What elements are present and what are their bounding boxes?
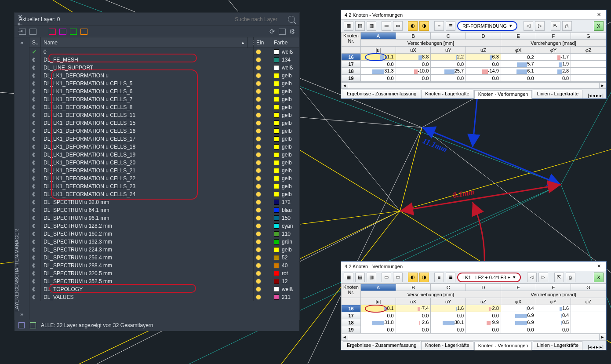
tb-excel-icon[interactable]: X xyxy=(594,21,604,31)
filter-icon-1[interactable] xyxy=(18,322,25,329)
layer-row[interactable]: DL_LK1_DEFORMATION u CELLS_20gelb xyxy=(29,159,299,167)
layer-state-3-icon[interactable] xyxy=(70,29,77,35)
visibility-bulb-icon[interactable] xyxy=(256,153,261,157)
results2-titlebar[interactable]: 4.2 Knoten - Verformungen ✕ xyxy=(341,262,606,271)
visibility-bulb-icon[interactable] xyxy=(256,287,261,291)
tab-linien[interactable]: Linien - Lagerkräfte xyxy=(533,90,582,98)
layer-search-input[interactable] xyxy=(218,16,288,22)
layer-row[interactable]: DL_LK1_DEFORMATION u CELLS_11gelb xyxy=(29,111,299,119)
results1-grid[interactable]: KnotenNr. A B C D E F G Verschiebungen [… xyxy=(341,32,606,82)
tb-btn-8[interactable]: ⇱ xyxy=(551,21,560,31)
results2-hscroll[interactable]: ◂▸ xyxy=(341,333,606,340)
tb-prev-icon[interactable]: ◁ xyxy=(524,21,533,31)
tb-btn-3[interactable]: ▥ xyxy=(367,273,376,282)
open-icon[interactable] xyxy=(29,29,36,35)
search-icon[interactable] xyxy=(288,16,295,23)
layer-state-2-icon[interactable] xyxy=(59,29,66,35)
tb-btn-5[interactable]: ▭ xyxy=(393,273,403,282)
layer-row[interactable]: DL_TOPOLOGYweiß xyxy=(29,285,299,293)
layer-row[interactable]: DL_LK1_DEFORMATION u CELLS_6gelb xyxy=(29,87,299,95)
sync-icon[interactable] xyxy=(279,29,286,35)
layer-row[interactable]: DL_LK1_DEFORMATION u CELLS_17gelb xyxy=(29,135,299,143)
tb-btn-7[interactable]: ≣ xyxy=(446,21,455,31)
panel-handle[interactable]: ✕⇤⇥ xyxy=(18,13,27,34)
table-row[interactable]: 168.1-7.41.6-2.80.41.6 xyxy=(342,305,606,312)
visibility-bulb-icon[interactable] xyxy=(256,121,261,125)
tabs-last-icon[interactable]: ▸| xyxy=(600,93,604,98)
col-color[interactable]: Farbe xyxy=(271,37,299,47)
settings-icon[interactable]: ⚙ xyxy=(289,28,295,36)
tb-btn-4[interactable]: ▭ xyxy=(382,273,391,282)
visibility-bulb-icon[interactable] xyxy=(256,279,261,284)
tb-btn-y2[interactable]: ◑ xyxy=(419,21,429,31)
visibility-bulb-icon[interactable] xyxy=(256,145,261,149)
visibility-bulb-icon[interactable] xyxy=(256,248,261,252)
refresh-icon[interactable]: ⟳ xyxy=(269,28,275,36)
layer-row[interactable]: DL_SPECTRUM u 320.5 mmrot xyxy=(29,269,299,277)
layer-row[interactable]: DL_LK1_DEFORMATION u CELLS_8gelb xyxy=(29,103,299,111)
col-on[interactable]: Ein xyxy=(254,37,271,47)
visibility-bulb-icon[interactable] xyxy=(256,137,261,141)
tb-btn-y1[interactable]: ◐ xyxy=(408,21,418,31)
visibility-bulb-icon[interactable] xyxy=(256,81,261,86)
tb-btn-y1[interactable]: ◐ xyxy=(408,273,418,282)
col-status[interactable]: S.. xyxy=(29,37,41,47)
visibility-bulb-icon[interactable] xyxy=(256,89,261,94)
tb-btn-2[interactable]: ▤ xyxy=(355,273,365,282)
layer-row[interactable]: DL_LK1_DEFORMATION u CELLS_24gelb xyxy=(29,190,299,198)
visibility-bulb-icon[interactable] xyxy=(256,176,261,181)
layer-row[interactable]: DL_FE_MESH134 xyxy=(29,56,299,64)
table-row[interactable]: 170.00.00.00.06.90.4 xyxy=(342,312,606,319)
layer-row[interactable]: DL_LK1_DEFORMATION u CELLS_16gelb xyxy=(29,127,299,135)
tb-btn-9[interactable]: ⎙ xyxy=(562,21,572,31)
layer-row[interactable]: ✔0weiß xyxy=(29,48,299,56)
layer-row[interactable]: DL_LK1_DEFORMATION u CELLS_23gelb xyxy=(29,182,299,190)
tb-btn-6[interactable]: ≡ xyxy=(434,273,444,282)
tb-btn-y2[interactable]: ◑ xyxy=(419,273,429,282)
visibility-bulb-icon[interactable] xyxy=(256,192,261,197)
visibility-bulb-icon[interactable] xyxy=(256,66,261,70)
col-name[interactable]: Name▲ xyxy=(41,37,248,47)
layer-row[interactable]: DL_SPECTRUM u 224.3 mmgelb xyxy=(29,246,299,254)
layer-row[interactable]: DL_LK1_DEFORMATION u CELLS_5gelb xyxy=(29,80,299,87)
visibility-bulb-icon[interactable] xyxy=(256,160,261,165)
layer-row[interactable]: DL_SPECTRUM u 128.2 mmcyan xyxy=(29,222,299,230)
tab-lagerkraefte[interactable]: Knoten - Lagerkräfte xyxy=(421,90,473,98)
tb-next-icon[interactable]: ▷ xyxy=(538,273,548,282)
table-row[interactable]: 1831.3-10.025.7-14.96.12.8 xyxy=(342,68,606,75)
tb-btn-7[interactable]: ≣ xyxy=(446,273,455,282)
tabs-first-icon[interactable]: |◂ xyxy=(588,93,592,98)
visibility-bulb-icon[interactable] xyxy=(256,216,261,220)
results2-loadcase-combo[interactable]: LK1 - LF2 + 0.4*LF3 +▾ xyxy=(457,273,521,282)
visibility-bulb-icon[interactable] xyxy=(256,97,261,102)
visibility-bulb-icon[interactable] xyxy=(256,50,261,54)
tab-linien[interactable]: Linien - Lagerkräfte xyxy=(533,341,582,350)
layer-row[interactable]: DL_LK1_DEFORMATION u CELLS_7gelb xyxy=(29,95,299,103)
tb-btn-1[interactable]: ▦ xyxy=(344,273,353,282)
layer-row[interactable]: DL_LK1_DEFORMATION u CELLS_18gelb xyxy=(29,143,299,151)
layer-state-1-icon[interactable] xyxy=(49,29,56,35)
layer-state-4-icon[interactable] xyxy=(80,29,87,35)
panel-vertical-tab[interactable]: LAYEREIGENSCHAFTEN-MANAGER xyxy=(14,224,22,317)
table-row[interactable]: 190.00.00.00.00.00.0 xyxy=(342,326,606,333)
visibility-bulb-icon[interactable] xyxy=(256,73,261,78)
tb-next-icon[interactable]: ▷ xyxy=(535,21,545,31)
layer-row[interactable]: DL_LINE_SUPPORTweiß xyxy=(29,64,299,72)
tb-prev-icon[interactable]: ◁ xyxy=(527,273,537,282)
layer-row[interactable]: DL_SPECTRUM u 160.2 mm110 xyxy=(29,230,299,238)
tab-summary[interactable]: Ergebnisse - Zusammenfassung xyxy=(343,90,420,98)
tb-btn-3[interactable]: ▥ xyxy=(367,21,376,31)
layer-row[interactable]: DL_VALUES211 xyxy=(29,293,299,301)
tb-btn-8[interactable]: ⇱ xyxy=(554,273,564,282)
visibility-bulb-icon[interactable] xyxy=(256,58,261,62)
tb-btn-2[interactable]: ▤ xyxy=(355,21,365,31)
visibility-bulb-icon[interactable] xyxy=(256,208,261,212)
filter-icon-2[interactable] xyxy=(29,322,36,329)
tb-btn-5[interactable]: ▭ xyxy=(393,21,403,31)
visibility-bulb-icon[interactable] xyxy=(256,168,261,173)
layer-row[interactable]: DL_SPECTRUM u 192.3 mmgrün xyxy=(29,238,299,246)
layer-row[interactable]: DL_SPECTRUM u 288.4 mm40 xyxy=(29,262,299,269)
visibility-bulb-icon[interactable] xyxy=(256,255,261,260)
table-row[interactable]: 1831.8-2.630.1-9.96.90.5 xyxy=(342,319,606,326)
tab-verformungen[interactable]: Knoten - Verformungen xyxy=(474,342,532,350)
